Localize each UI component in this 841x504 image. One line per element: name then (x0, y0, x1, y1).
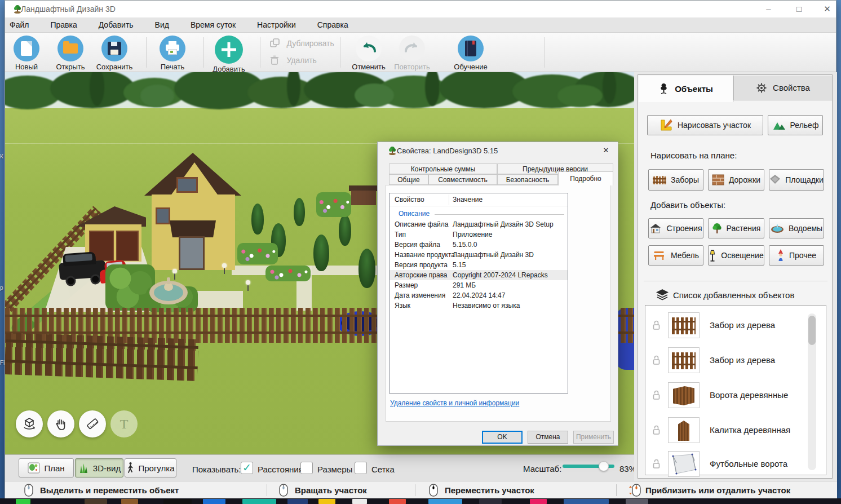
fences-button[interactable]: Заборы (648, 169, 703, 191)
checkbox-grid-label: Сетка (371, 465, 395, 474)
open-button[interactable]: Открыть (46, 36, 95, 71)
undo-button[interactable]: Отменить (344, 36, 393, 71)
side-window (156, 207, 170, 224)
rotate-cube-icon (22, 417, 37, 431)
object-thumbnail-fence (668, 347, 700, 373)
training-button[interactable]: Обучение (446, 36, 495, 71)
unlock-icon[interactable] (652, 459, 661, 469)
maximize-button[interactable]: □ (794, 1, 804, 17)
objects-panel-card: Объекты Свойства Нарисовать участок Рель… (638, 74, 833, 479)
relief-button[interactable]: Рельеф (768, 115, 823, 135)
menu-help[interactable]: Справка (307, 20, 359, 29)
plan-map-icon (28, 462, 40, 474)
print-button[interactable]: Печать (148, 36, 197, 71)
unlock-icon[interactable] (652, 425, 661, 435)
pond-icon (771, 223, 784, 233)
list-item[interactable]: Футбольные ворота (645, 451, 826, 483)
lilac-bush (316, 192, 351, 217)
paths-button[interactable]: Дорожки (708, 169, 764, 191)
table-row[interactable]: Размер291 МБ (389, 280, 568, 290)
3d-view-button[interactable]: 3D-вид (75, 458, 123, 478)
table-row[interactable]: ТипПриложение (389, 229, 568, 240)
tab-compatibility[interactable]: Совместимость (428, 174, 497, 185)
pan-tool-button[interactable] (47, 410, 74, 437)
menu-add[interactable]: Добавить (88, 20, 144, 29)
new-button[interactable]: Новый (2, 36, 51, 71)
minimize-button[interactable]: – (764, 1, 773, 17)
table-row[interactable]: Версия продукта5.15 (389, 260, 568, 270)
tab-general[interactable]: Общие (389, 174, 428, 185)
object-thumbnail-gate (668, 382, 700, 408)
gear-icon (756, 82, 767, 94)
list-scrollbar[interactable] (808, 313, 816, 470)
table-row[interactable]: Название продуктаЛандшафтный Дизайн 3D (389, 250, 568, 260)
menu-file[interactable]: Файл (5, 20, 39, 29)
unlock-icon[interactable] (652, 355, 661, 365)
mouse-left-icon (24, 484, 33, 497)
grounds-button[interactable]: Площадки (769, 169, 824, 191)
redo-button[interactable]: Повторить (388, 36, 436, 71)
ok-button[interactable]: OK (482, 431, 523, 444)
tab-details[interactable]: Подробно (558, 171, 613, 185)
close-button[interactable]: ✕ (822, 1, 832, 17)
plan-view-button[interactable]: План (19, 458, 74, 478)
buildings-button[interactable]: Строения (648, 218, 703, 238)
menu-edit[interactable]: Правка (39, 20, 87, 29)
menu-view[interactable]: Вид (144, 20, 180, 29)
walk-view-button[interactable]: Прогулка (125, 458, 176, 478)
ponds-button[interactable]: Водоемы (769, 218, 824, 238)
flower-bed (265, 266, 311, 281)
list-item[interactable]: Ворота деревянные (645, 382, 826, 414)
unlock-icon[interactable] (652, 320, 661, 330)
tab-objects[interactable]: Объекты (639, 76, 733, 102)
lighting-button[interactable]: Освещение (708, 245, 764, 266)
duplicate-button[interactable]: Дублировать (270, 38, 334, 48)
checkbox-sizes[interactable] (300, 462, 313, 474)
dialog-close-icon[interactable]: ✕ (599, 144, 613, 157)
remove-properties-link[interactable]: Удаление свойств и личной информации (390, 399, 519, 407)
delete-button[interactable]: Удалить (270, 55, 317, 65)
save-button[interactable]: Сохранить (90, 36, 139, 71)
column-value: Значение (453, 196, 483, 204)
table-row[interactable]: Описание файлаЛандшафтный Дизайн 3D Setu… (389, 219, 568, 229)
cancel-button[interactable]: Отмена (528, 431, 568, 444)
unlock-icon[interactable] (652, 390, 661, 400)
scale-slider-thumb[interactable] (599, 461, 609, 471)
panel-divider (644, 281, 827, 281)
duplicate-icon (270, 38, 280, 48)
checkbox-grid[interactable] (355, 462, 367, 474)
table-row[interactable]: Версия файла5.15.0.0 (389, 240, 568, 250)
porch-canopy (170, 220, 216, 237)
grass-icon (78, 462, 89, 474)
add-button[interactable]: Добавить (205, 36, 253, 73)
menu-settings[interactable]: Настройки (246, 20, 307, 29)
tab-properties[interactable]: Свойства (733, 76, 832, 100)
list-item[interactable]: Забор из дерева (645, 312, 826, 344)
list-item[interactable]: Калитка деревянная (645, 417, 826, 449)
front-door (179, 236, 205, 270)
plants-button[interactable]: Растения (708, 218, 764, 238)
new-file-icon (14, 36, 39, 61)
title-bar: Ландшафтный Дизайн 3D – □ ✕ (5, 1, 836, 17)
list-scrollbar-thumb[interactable] (808, 316, 816, 345)
checkbox-distances-label: Расстояния (258, 465, 303, 474)
scale-slider[interactable] (563, 465, 614, 468)
text-tool-button[interactable]: T (110, 410, 138, 437)
training-book-icon (458, 36, 484, 61)
table-row-selected[interactable]: Авторские праваCopyright 2007-2024 LRepa… (389, 270, 568, 280)
properties-table: Свойство Значение Описание Описание файл… (389, 193, 568, 394)
measure-tool-button[interactable] (79, 410, 106, 437)
menu-daytime[interactable]: Время суток (180, 20, 246, 29)
rotate-view-tool-button[interactable] (16, 410, 43, 437)
checkbox-distances[interactable]: ✓ (241, 462, 253, 474)
gable-window (176, 177, 198, 193)
table-row[interactable]: ЯзыкНезависимо от языка (389, 300, 568, 311)
other-button[interactable]: Прочее (769, 245, 824, 266)
furniture-button[interactable]: Мебель (648, 245, 703, 266)
table-row[interactable]: Дата изменения22.04.2024 14:47 (389, 290, 568, 300)
list-item[interactable]: Забор из дерева (645, 347, 826, 379)
tab-security[interactable]: Безопасность (497, 174, 558, 185)
apply-button[interactable]: Применить (573, 431, 614, 444)
tab-checksums[interactable]: Контрольные суммы (389, 163, 497, 174)
draw-plot-button[interactable]: Нарисовать участок (647, 115, 763, 135)
